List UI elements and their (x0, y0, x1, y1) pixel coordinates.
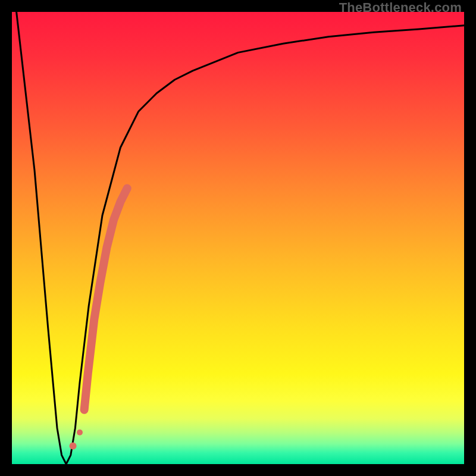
highlight-thick-segment (84, 188, 127, 409)
outer-frame: TheBottleneck.com (0, 0, 476, 476)
highlight-dot (77, 430, 83, 436)
highlight-markers (70, 188, 127, 449)
highlight-dot (70, 443, 77, 450)
watermark-text: TheBottleneck.com (339, 0, 462, 15)
chart-overlay (12, 12, 464, 464)
